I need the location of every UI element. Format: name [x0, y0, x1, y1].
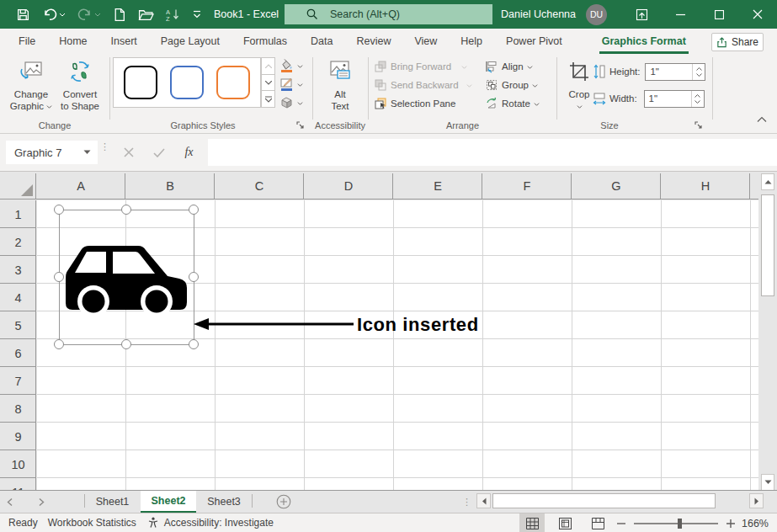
col-header-e[interactable]: E — [394, 173, 482, 199]
scroll-down-icon[interactable] — [761, 474, 774, 491]
scroll-up-icon[interactable] — [761, 173, 774, 190]
graphics-styles-gallery[interactable] — [113, 57, 261, 108]
share-button[interactable]: Share — [711, 33, 764, 51]
maximize-button[interactable] — [700, 0, 738, 29]
gallery-more-icon[interactable] — [261, 91, 275, 108]
sheet-nav-left-icon[interactable] — [7, 491, 13, 513]
vertical-scroll-thumb[interactable] — [761, 194, 774, 296]
view-page-layout-button[interactable] — [552, 513, 577, 532]
select-all-corner[interactable] — [0, 173, 36, 199]
selection-pane-button[interactable]: Selection Pane — [374, 97, 472, 110]
zoom-slider-handle[interactable] — [678, 519, 682, 529]
sheet-tab-sheet1[interactable]: Sheet1 — [85, 491, 140, 513]
undo-icon[interactable] — [40, 4, 68, 24]
scroll-left-icon[interactable] — [476, 493, 491, 508]
sheetbar-splitter[interactable]: ⋮ — [462, 491, 471, 513]
tab-view[interactable]: View — [402, 29, 449, 54]
size-dialog-launcher-icon[interactable] — [695, 119, 705, 130]
new-sheet-button[interactable] — [276, 491, 291, 513]
row-header-3[interactable]: 3 — [0, 256, 36, 284]
formula-input[interactable] — [208, 139, 777, 166]
sheet-nav-right-icon[interactable] — [38, 491, 45, 513]
workbook-statistics[interactable]: Workbook Statistics — [48, 517, 136, 529]
width-input[interactable]: 1" — [644, 90, 705, 108]
tab-power-pivot[interactable]: Power Pivot — [494, 29, 574, 54]
selection-handle-e[interactable] — [189, 272, 199, 282]
redo-icon[interactable] — [75, 4, 104, 24]
col-header-g[interactable]: G — [572, 173, 661, 199]
scroll-right-icon[interactable] — [749, 493, 764, 508]
cancel-icon[interactable] — [124, 147, 134, 157]
bring-forward-button[interactable]: Bring Forward — [374, 60, 472, 73]
row-header-4[interactable]: 4 — [0, 284, 36, 311]
row-header-1[interactable]: 1 — [0, 200, 36, 228]
selection-handle-se[interactable] — [189, 339, 199, 349]
height-input[interactable]: 1" — [645, 63, 705, 81]
col-header-b[interactable]: B — [126, 173, 215, 199]
selection-handle-n[interactable] — [121, 205, 131, 215]
accessibility-status[interactable]: Accessibility: Investigate — [147, 517, 274, 529]
graphic-selection-box[interactable] — [59, 210, 194, 345]
tab-page-layout[interactable]: Page Layout — [149, 29, 232, 54]
selection-handle-w[interactable] — [54, 272, 64, 282]
row-header-9[interactable]: 9 — [0, 423, 36, 450]
col-header-c[interactable]: C — [216, 173, 304, 199]
change-graphic-button[interactable]: ChangeGraphic — [7, 57, 56, 112]
send-backward-button[interactable]: Send Backward — [374, 78, 472, 92]
graphics-styles-dialog-launcher-icon[interactable] — [296, 119, 307, 130]
open-folder-icon[interactable] — [136, 4, 157, 24]
row-header-10[interactable]: 10 — [0, 450, 36, 478]
graphic-effects-button[interactable] — [279, 96, 303, 109]
search-input[interactable]: Search (Alt+Q) — [285, 4, 492, 24]
horizontal-scrollbar[interactable] — [476, 493, 764, 508]
style-thumb-black[interactable] — [124, 66, 157, 99]
name-box[interactable]: Graphic 7 — [6, 141, 98, 164]
zoom-in-icon[interactable] — [726, 519, 735, 528]
tab-review[interactable]: Review — [344, 29, 402, 54]
row-header-6[interactable]: 6 — [0, 339, 36, 367]
enter-icon[interactable] — [153, 148, 165, 157]
graphic-outline-button[interactable] — [279, 77, 303, 91]
collapse-ribbon-icon[interactable] — [757, 111, 767, 126]
gallery-up-icon[interactable] — [261, 57, 275, 75]
selection-handle-s[interactable] — [121, 339, 131, 349]
tab-file[interactable]: File — [7, 29, 47, 54]
tab-formulas[interactable]: Formulas — [232, 29, 299, 54]
tab-home[interactable]: Home — [47, 29, 98, 54]
vertical-scrollbar[interactable] — [760, 173, 775, 491]
group-button[interactable]: Group — [485, 78, 540, 92]
alt-text-button[interactable]: AltText — [316, 57, 365, 112]
formula-bar-splitter[interactable]: ⋮ — [100, 144, 107, 150]
qat-customize-icon[interactable] — [190, 4, 204, 24]
sheet-tab-sheet3[interactable]: Sheet3 — [197, 491, 251, 513]
style-thumb-blue[interactable] — [170, 66, 204, 99]
col-header-d[interactable]: D — [305, 173, 393, 199]
tab-graphics-format[interactable]: Graphics Format — [599, 29, 689, 54]
zoom-slider[interactable] — [617, 519, 735, 528]
row-header-5[interactable]: 5 — [0, 311, 36, 339]
col-header-a[interactable]: A — [37, 173, 125, 199]
gallery-down-icon[interactable] — [261, 75, 275, 92]
user-name[interactable]: Daniel Uchenna — [501, 8, 576, 20]
view-page-break-button[interactable] — [585, 513, 610, 532]
sheet-tab-sheet2[interactable]: Sheet2 — [141, 491, 196, 513]
row-header-11[interactable]: 11 — [0, 478, 36, 491]
row-header-8[interactable]: 8 — [0, 395, 36, 423]
view-normal-button[interactable] — [519, 513, 545, 532]
align-button[interactable]: Align — [485, 60, 540, 73]
tab-insert[interactable]: Insert — [99, 29, 149, 54]
minimize-button[interactable] — [661, 0, 700, 29]
zoom-percent[interactable]: 166% — [735, 518, 769, 529]
close-button[interactable] — [738, 0, 777, 29]
ribbon-display-options-icon[interactable] — [622, 0, 661, 29]
sort-az-icon[interactable]: AZ — [163, 4, 184, 24]
name-box-dropdown-icon[interactable] — [83, 150, 91, 155]
zoom-out-icon[interactable] — [617, 519, 625, 528]
row-header-7[interactable]: 7 — [0, 367, 36, 395]
graphic-fill-button[interactable] — [279, 59, 303, 72]
avatar[interactable]: DU — [586, 4, 607, 25]
rotate-button[interactable]: Rotate — [485, 97, 540, 110]
row-header-2[interactable]: 2 — [0, 228, 36, 256]
save-icon[interactable] — [13, 4, 33, 24]
selection-handle-ne[interactable] — [189, 205, 199, 215]
